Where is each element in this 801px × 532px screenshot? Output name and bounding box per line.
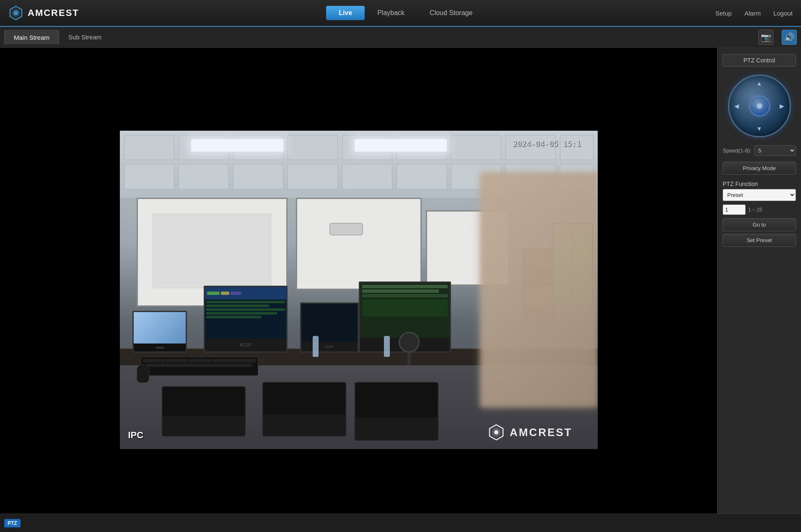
bottle-1 bbox=[313, 336, 319, 357]
chair-1 bbox=[162, 386, 246, 436]
main-stream-tab[interactable]: Main Stream bbox=[4, 30, 59, 44]
audio-icon: 🔊 bbox=[784, 32, 795, 42]
light-fixture bbox=[191, 139, 283, 152]
person-blur-layer bbox=[480, 173, 598, 407]
monitor-2: ACER bbox=[204, 286, 288, 353]
projector bbox=[329, 223, 363, 235]
video-container: ACER ACER bbox=[0, 48, 717, 532]
ceiling-tile bbox=[233, 164, 283, 189]
whiteboard-center bbox=[296, 198, 422, 290]
nav-right: Setup Alarm Logout bbox=[715, 10, 793, 17]
monitor-3: ACER bbox=[300, 302, 359, 353]
ptz-title: PTZ Control bbox=[723, 54, 796, 67]
logo-text: AMCREST bbox=[28, 8, 79, 18]
camera-icon: 📷 bbox=[761, 32, 771, 42]
top-navigation: AMCREST Live Playback Cloud Storage Setu… bbox=[0, 0, 801, 27]
nav-links: Live Playback Cloud Storage bbox=[96, 6, 715, 20]
ceiling-tile bbox=[124, 164, 174, 189]
ptz-joystick-dot bbox=[757, 103, 762, 108]
svg-point-2 bbox=[14, 11, 18, 15]
ptz-function-select[interactable]: Preset Tour Scan Pattern bbox=[723, 189, 796, 201]
watermark-area: AMCREST bbox=[488, 424, 573, 441]
preset-range-label: 1 ~ 25 bbox=[748, 207, 762, 213]
light-fixture bbox=[355, 139, 447, 152]
ptz-badge: PTZ bbox=[4, 519, 21, 527]
nav-cloud-storage[interactable]: Cloud Storage bbox=[417, 6, 485, 20]
goto-button[interactable]: Go to bbox=[723, 218, 796, 231]
ptz-left-button[interactable]: ◀ bbox=[732, 101, 742, 111]
fan bbox=[397, 332, 422, 365]
bottle-2 bbox=[384, 336, 390, 357]
ceiling-tile bbox=[342, 164, 392, 189]
chair-2 bbox=[262, 382, 346, 436]
main-content: ACER ACER bbox=[0, 48, 801, 532]
speed-select[interactable]: 1 2 3 4 5 6 7 8 bbox=[754, 145, 796, 156]
privacy-mode-button[interactable]: Privacy Mode bbox=[723, 162, 796, 175]
setup-link[interactable]: Setup bbox=[715, 10, 732, 17]
ptz-speed-row: Speed(1-8): 1 2 3 4 5 6 7 8 bbox=[723, 145, 796, 156]
nav-live[interactable]: Live bbox=[326, 6, 365, 20]
svg-point-5 bbox=[494, 430, 498, 434]
ptz-up-button[interactable]: ▲ bbox=[754, 78, 765, 88]
ptz-joystick: ▲ ▼ ◀ ▶ bbox=[723, 75, 796, 137]
nav-playback[interactable]: Playback bbox=[365, 6, 417, 20]
ceiling-tile bbox=[179, 164, 229, 189]
ptf-function-title: PTZ Function bbox=[723, 181, 796, 187]
alarm-link[interactable]: Alarm bbox=[744, 10, 761, 17]
ipc-label: IPC bbox=[128, 430, 144, 441]
chair-3 bbox=[355, 382, 438, 441]
preset-value-row: 1 ~ 25 bbox=[723, 204, 796, 215]
stream-tab-bar: Main Stream Sub Stream 📷 🔊 bbox=[0, 27, 801, 48]
logout-link[interactable]: Logout bbox=[773, 10, 793, 17]
keyboard bbox=[141, 357, 258, 376]
stream-bar-toolbar: 📷 🔊 bbox=[758, 30, 797, 45]
audio-button[interactable]: 🔊 bbox=[782, 30, 797, 45]
set-preset-button[interactable]: Set Preset bbox=[723, 234, 796, 247]
amcrest-logo-icon bbox=[8, 5, 23, 21]
ptz-joystick-ring[interactable]: ▲ ▼ ◀ ▶ bbox=[728, 75, 791, 137]
ceiling-tile bbox=[288, 164, 338, 189]
ptz-right-button[interactable]: ▶ bbox=[777, 101, 787, 111]
video-frame: ACER ACER bbox=[120, 131, 598, 449]
sub-stream-tab[interactable]: Sub Stream bbox=[59, 30, 111, 44]
preset-number-input[interactable] bbox=[723, 204, 746, 215]
video-timestamp: 2024-04-05 15:1 bbox=[513, 139, 581, 148]
ptz-function-section: PTZ Function Preset Tour Scan Pattern 1 … bbox=[723, 181, 796, 247]
ptz-down-button[interactable]: ▼ bbox=[754, 124, 765, 134]
ceiling-tile bbox=[397, 164, 447, 189]
logo-area: AMCREST bbox=[8, 5, 79, 21]
speed-label: Speed(1-8): bbox=[723, 147, 752, 154]
watermark-text: AMCREST bbox=[510, 426, 573, 439]
bottom-bar: PTZ bbox=[0, 514, 801, 532]
monitor-1 bbox=[132, 311, 187, 353]
watermark-logo-icon bbox=[488, 424, 505, 441]
ptz-joystick-center[interactable] bbox=[749, 96, 770, 116]
ceiling-tile bbox=[124, 135, 174, 160]
ptz-panel: PTZ Control ▲ ▼ ◀ ▶ Speed(1-8): 1 2 3 4 … bbox=[717, 48, 801, 532]
ceiling-tile bbox=[288, 135, 338, 160]
screenshot-button[interactable]: 📷 bbox=[758, 30, 773, 45]
ceiling-tile bbox=[451, 135, 501, 160]
mouse bbox=[137, 364, 149, 383]
